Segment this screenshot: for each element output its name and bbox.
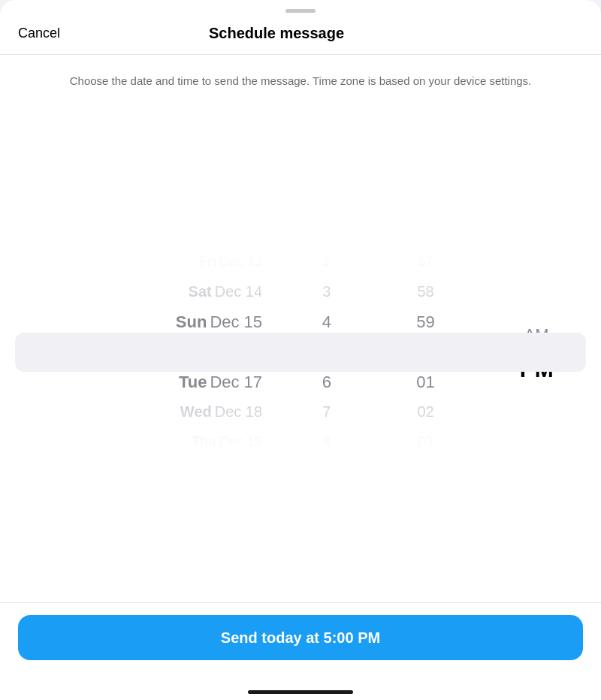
list-item[interactable]: Sat Dec 14 (15, 277, 262, 307)
list-item[interactable]: Fri Dec 13 (15, 247, 262, 277)
list-item[interactable]: Wed Dec 18 (15, 397, 262, 427)
list-item[interactable]: Tue Dec 17 (15, 367, 262, 397)
list-item[interactable]: 3 (277, 277, 376, 307)
selected-highlight (15, 333, 586, 372)
schedule-sheet: Cancel Schedule message Choose the date … (0, 0, 601, 700)
header: Cancel Schedule message (0, 19, 601, 55)
list-item[interactable]: 6 (277, 367, 376, 397)
drag-handle[interactable] (285, 9, 316, 13)
list-item[interactable]: 8 (277, 427, 376, 457)
list-item[interactable]: Thu Dec 19 (15, 427, 262, 457)
send-button[interactable]: Send today at 5:00 PM (18, 615, 583, 660)
list-item[interactable]: 58 (376, 277, 476, 307)
picker-wheel[interactable]: Fri Dec 13 Sat Dec 14 Sun Dec 15 Today T… (15, 247, 586, 457)
page-title: Schedule message (15, 25, 538, 42)
list-item[interactable]: 57 (376, 247, 476, 277)
list-item[interactable]: 02 (376, 397, 476, 427)
list-item[interactable]: 2 (277, 247, 376, 277)
footer: Send today at 5:00 PM (0, 602, 601, 687)
datetime-picker[interactable]: Fri Dec 13 Sat Dec 14 Sun Dec 15 Today T… (0, 102, 601, 603)
subtitle-text: Choose the date and time to send the mes… (0, 55, 601, 102)
list-item[interactable]: 03 (376, 427, 476, 457)
list-item[interactable]: 01 (376, 367, 476, 397)
list-item[interactable]: 7 (277, 397, 376, 427)
home-indicator (248, 690, 353, 694)
